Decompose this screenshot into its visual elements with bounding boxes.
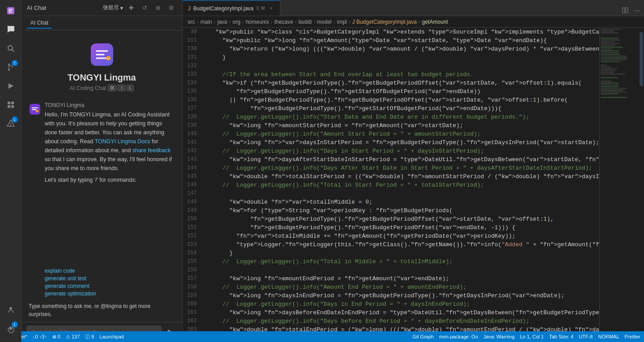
- tab-close-btn[interactable]: ×: [267, 5, 275, 12]
- status-git-graph[interactable]: Git Graph: [412, 334, 434, 339]
- chat-tab-bar: AI Chat: [21, 16, 182, 30]
- code-line-153[interactable]: "type">Logger."fn">getLogger(this."fn">g…: [208, 240, 599, 249]
- docs-link[interactable]: TONGYI Lingma Docs: [95, 138, 150, 145]
- minimap-line: [601, 59, 626, 60]
- status-position[interactable]: Ln 1, Col 1: [520, 334, 544, 339]
- minimap-line: [601, 61, 620, 62]
- code-line-137[interactable]: "fn">getBudgetPeriodType()."fn">getStart…: [208, 104, 599, 113]
- activity-run[interactable]: [2, 77, 20, 95]
- line-number-132: 132: [182, 62, 200, 70]
- tab-java-icon: J: [188, 5, 191, 12]
- tongyi-logo-image: [89, 41, 115, 68]
- code-line-147[interactable]: [208, 189, 599, 198]
- code-line-142[interactable]: // Logger.getLogger().info("Days in Star…: [208, 147, 599, 155]
- line-number-144: 144: [182, 164, 200, 172]
- line-number-152: 152: [182, 232, 200, 240]
- code-line-111[interactable]: "kw">public "kw">long "fn">getAmount("ty…: [208, 36, 599, 45]
- settings-chat-btn[interactable]: ⚙: [166, 3, 177, 13]
- activity-extensions[interactable]: [2, 96, 20, 114]
- bc-java[interactable]: java: [217, 19, 227, 25]
- minimap-line: [601, 66, 611, 68]
- code-line-134[interactable]: "kw">if ("fn">getBudgetPeriodType()."fn"…: [208, 79, 599, 87]
- bc-model[interactable]: model: [317, 19, 332, 25]
- code-line-138[interactable]: // Logger.getLogger().info("Start Date a…: [208, 113, 599, 121]
- code-line-155[interactable]: // Logger.getLogger().info("Total in Mid…: [208, 257, 599, 266]
- bc-method[interactable]: getAmount: [422, 19, 448, 25]
- code-line-143[interactable]: "kw">long "fn">daysAfterStartDateInStart…: [208, 155, 599, 164]
- code-line-131[interactable]: }: [208, 53, 599, 62]
- code-line-139[interactable]: "kw">long "fn">amountStartPeriod = "fn">…: [208, 121, 599, 130]
- chat-tab-ai[interactable]: AI Chat: [27, 18, 52, 29]
- bc-homeunix[interactable]: homeunix: [246, 19, 269, 25]
- activity-diagnose[interactable]: 1: [2, 115, 20, 133]
- status-java[interactable]: Java: Warning: [483, 334, 515, 339]
- activity-chat[interactable]: [2, 21, 20, 38]
- status-line-ending[interactable]: NORMAL: [598, 334, 619, 339]
- code-line-156[interactable]: [208, 266, 599, 274]
- quick-link-optimize[interactable]: generate optimization: [45, 291, 175, 297]
- bc-impl[interactable]: impl: [337, 19, 347, 25]
- new-chat-btn[interactable]: ✚: [126, 3, 136, 13]
- bc-file[interactable]: J BudgetCategoryImpl.java: [352, 19, 417, 25]
- code-line-144[interactable]: // Logger.getLogger().info("Days After S…: [208, 164, 599, 172]
- code-lines[interactable]: "kw">public "kw">class "cls">BudgetCateg…: [205, 28, 599, 342]
- feedback-link[interactable]: share feedback: [132, 147, 170, 154]
- code-line-146[interactable]: // Logger.getLogger().info("Total in Sta…: [208, 181, 599, 189]
- code-line-151[interactable]: "fn">getBudgetPeriodType()."fn">getBudge…: [208, 223, 599, 232]
- svg-rect-6: [11, 102, 14, 104]
- code-line-132[interactable]: [208, 62, 599, 70]
- tab-budget[interactable]: J BudgetCategoryImpl.java 3, M ×: [182, 0, 280, 16]
- status-tabsize[interactable]: Tab Size: 4: [549, 334, 573, 339]
- code-line-152[interactable]: "fn">"var">totalInMiddle += "fn">getAmou…: [208, 232, 599, 240]
- split-editor-btn[interactable]: [620, 5, 631, 16]
- code-line-141[interactable]: "kw">long "fn">"var">daysInStartPeriod =…: [208, 138, 599, 147]
- code-line-161[interactable]: "kw">long "fn">daysBeforeEndDateInEndPer…: [208, 308, 599, 317]
- activity-settings[interactable]: 1: [2, 320, 20, 338]
- code-line-135[interactable]: "fn">getBudgetPeriodType()."fn">getStart…: [208, 87, 599, 96]
- minimap-line: [601, 68, 617, 69]
- activity-tongyi[interactable]: [2, 2, 20, 20]
- quick-link-unittest[interactable]: generate unit test: [45, 275, 175, 282]
- history-btn[interactable]: ↺: [139, 3, 150, 13]
- minimap-line: [601, 86, 619, 87]
- activity-account[interactable]: [2, 301, 20, 319]
- diagnose-badge: 1: [12, 116, 18, 123]
- code-line-157[interactable]: "kw">long "fn">amountEndPeriod = "fn">ge…: [208, 274, 599, 283]
- status-prettier[interactable]: Prettier: [625, 334, 640, 339]
- code-line-162[interactable]: // Logger.getLogger().info("Days before …: [208, 317, 599, 325]
- code-line-150[interactable]: "fn">getBudgetPeriodType()."fn">getBudge…: [208, 215, 599, 223]
- code-line-136[interactable]: || "fn">getBudgetPeriodType()."fn">getBu…: [208, 96, 599, 104]
- code-line-133[interactable]: //If the area between Start and End over…: [208, 70, 599, 79]
- coding-chat-label: AI Coding Chat ⌘ ⇧ L: [70, 85, 134, 91]
- more-actions-btn[interactable]: ⋯: [631, 5, 642, 16]
- quick-link-explain[interactable]: explain code: [45, 268, 175, 274]
- bc-org[interactable]: org: [233, 19, 240, 25]
- code-line-154[interactable]: }: [208, 249, 599, 257]
- code-line-148[interactable]: "kw">double "fn">"var">totalInMiddle = 0…: [208, 198, 599, 206]
- bc-buddi[interactable]: buddi: [298, 19, 311, 25]
- minimap-line: [601, 48, 612, 50]
- code-line-30[interactable]: "kw">public "kw">class "cls">BudgetCateg…: [208, 28, 599, 36]
- tab-actions: ⋯: [620, 5, 644, 16]
- code-editor[interactable]: 3011113013113213313413513613713813914014…: [182, 28, 644, 342]
- activity-search[interactable]: [2, 39, 20, 57]
- code-line-140[interactable]: // Logger.getLogger().info("Amount Start…: [208, 130, 599, 138]
- code-line-160[interactable]: // Logger.getLogger().info("Days in End …: [208, 300, 599, 308]
- bc-src[interactable]: src: [188, 19, 195, 25]
- code-line-158[interactable]: // Logger.getLogger().info("Amount End P…: [208, 283, 599, 291]
- code-line-149[interactable]: "kw">for ("type">String "var">periodKey …: [208, 206, 599, 215]
- code-line-145[interactable]: "kw">double "fn">totalStartPeriod = (("k…: [208, 172, 599, 181]
- status-maven[interactable]: mvn-package: On: [439, 334, 478, 339]
- add-btn[interactable]: ⊕: [153, 3, 163, 13]
- line-number-137: 137: [182, 104, 200, 113]
- status-encoding[interactable]: UTF-8: [579, 334, 593, 339]
- minimap-line: [601, 82, 619, 84]
- activity-source-control[interactable]: 7: [2, 58, 20, 76]
- line-number-134: 134: [182, 79, 200, 87]
- bc-main[interactable]: main: [200, 19, 212, 25]
- code-line-159[interactable]: "kw">long "fn">daysInEndPeriod = "fn">ge…: [208, 291, 599, 300]
- code-line-130[interactable]: "kw">return ("kw">long) ((("kw">double) …: [208, 45, 599, 53]
- tongyi-name-label: TONGYI Lingma: [68, 73, 136, 83]
- quick-link-comment[interactable]: generate comment: [45, 283, 175, 289]
- bc-thecave[interactable]: thecave: [274, 19, 293, 25]
